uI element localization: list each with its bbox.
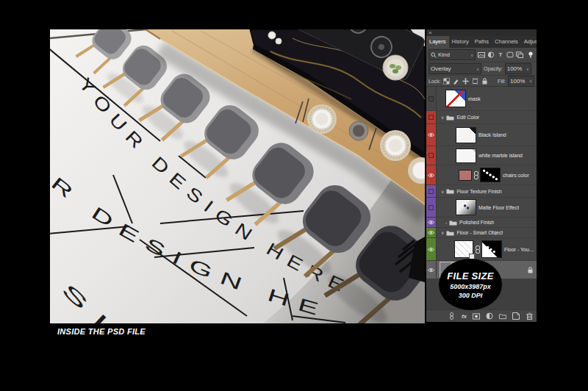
- delete-layer-icon[interactable]: [526, 312, 533, 320]
- layer-color-thumbnail[interactable]: [459, 170, 472, 181]
- layer-filter-row: Kind ∨ T: [426, 48, 537, 62]
- visibility-toggle[interactable]: [426, 198, 437, 217]
- blend-mode-select[interactable]: Overlay ∨: [429, 63, 481, 74]
- kind-filter-label: Kind: [438, 51, 450, 58]
- layer-name: Matte Floor Effect: [478, 205, 519, 210]
- panel-tabs: Layers History Paths Channels Adjustme: [426, 36, 537, 48]
- smart-object-filter-icon[interactable]: [516, 51, 523, 58]
- blend-mode-row: Overlay ∨ Opacity: 100% ∨: [426, 62, 537, 76]
- fill-select[interactable]: 100% ∨: [508, 76, 534, 87]
- layer-name: Edit Color: [456, 115, 479, 120]
- pixel-filter-icon[interactable]: [478, 51, 485, 58]
- lock-all-icon[interactable]: [481, 78, 489, 85]
- layer-row-black-island[interactable]: Black Island: [426, 124, 537, 146]
- chevron-down-icon: ∨: [529, 79, 532, 83]
- layer-row-matte-floor-effect[interactable]: Matte Floor Effect: [426, 198, 537, 218]
- add-mask-icon[interactable]: [473, 313, 480, 320]
- folder-icon: [446, 188, 454, 194]
- opacity-select[interactable]: 100% ∨: [505, 63, 531, 74]
- lock-row: Lock: Fill: 100% ∨: [426, 76, 537, 87]
- visibility-toggle[interactable]: [426, 87, 437, 110]
- chevron-down-icon: ∨: [526, 67, 529, 71]
- hidden-eye-well: [429, 153, 434, 158]
- folder-icon: [446, 115, 454, 121]
- hidden-eye-well: [429, 96, 434, 101]
- visibility-toggle[interactable]: [426, 228, 437, 237]
- chevron-down-icon: ∨: [476, 67, 479, 71]
- hidden-eye-well: [429, 115, 434, 120]
- folder-icon: [449, 220, 457, 226]
- tab-history[interactable]: History: [449, 36, 472, 48]
- visibility-toggle[interactable]: [426, 218, 437, 227]
- layer-thumbnail[interactable]: [456, 148, 476, 163]
- lock-artboard-icon[interactable]: [472, 78, 479, 85]
- mockup-scene-svg: YOUR DESIGN HERE R DESIGN HE SI: [50, 29, 425, 323]
- layer-mask-thumbnail[interactable]: [480, 168, 501, 182]
- hidden-eye-well: [429, 205, 434, 210]
- lock-pixels-icon[interactable]: [453, 78, 460, 85]
- panel-bottom-bar: fx: [426, 309, 537, 322]
- type-filter-icon[interactable]: T: [497, 51, 504, 58]
- new-adjustment-layer-icon[interactable]: [486, 312, 493, 320]
- layer-name: Floor - Smart Object: [456, 230, 503, 235]
- mockup-canvas: YOUR DESIGN HERE R DESIGN HE SI: [50, 29, 425, 323]
- filter-toggle-icon[interactable]: [527, 51, 534, 59]
- layer-row-floor-smart-object-group[interactable]: ∨ Floor - Smart Object: [426, 228, 537, 238]
- shape-filter-icon[interactable]: [506, 51, 514, 58]
- link-layers-icon[interactable]: [448, 312, 456, 320]
- layer-row-floor-texture-finish-group[interactable]: ∨ Floor Texture Finish: [426, 185, 537, 198]
- lock-transparency-icon[interactable]: [443, 78, 451, 85]
- tab-adjustments[interactable]: Adjustme: [521, 36, 537, 48]
- layer-row-polished-finish-group[interactable]: › Polished Finish: [426, 218, 537, 228]
- adjustment-filter-icon[interactable]: [487, 51, 495, 58]
- new-layer-icon[interactable]: [512, 312, 520, 320]
- layer-name: Polished Finish: [459, 220, 494, 225]
- eye-icon: [428, 230, 434, 235]
- visibility-toggle[interactable]: [426, 238, 437, 260]
- caption-inside-psd: INSIDE THE PSD FILE: [57, 327, 146, 336]
- hidden-eye-well: [429, 189, 434, 194]
- fill-label: Fill:: [498, 79, 506, 84]
- visibility-toggle[interactable]: [426, 165, 437, 184]
- close-icon[interactable]: ×: [429, 30, 432, 36]
- panel-header-bar: ×: [426, 29, 537, 36]
- layer-name: Floor Texture Finish: [456, 189, 501, 194]
- layer-mask-thumbnail[interactable]: [481, 240, 502, 258]
- layer-thumbnail[interactable]: [445, 90, 466, 107]
- visibility-toggle[interactable]: [426, 111, 437, 123]
- visibility-toggle[interactable]: [426, 185, 437, 197]
- layer-row-edit-color-group[interactable]: ∨ Edit Color: [426, 111, 537, 124]
- chevron-down-icon: ∨: [470, 53, 473, 57]
- screenshot-root: YOUR DESIGN HERE R DESIGN HE SI: [0, 0, 588, 391]
- chevron-down-icon[interactable]: ∨: [441, 115, 444, 120]
- layer-thumbnail[interactable]: [456, 199, 476, 215]
- chevron-right-icon[interactable]: ›: [445, 220, 447, 225]
- chevron-down-icon[interactable]: ∨: [441, 189, 444, 194]
- lock-label: Lock:: [429, 79, 441, 84]
- lock-position-icon[interactable]: [462, 78, 470, 85]
- chevron-down-icon[interactable]: ∨: [441, 230, 444, 235]
- layer-row-white-marble-island[interactable]: white marble island: [426, 146, 537, 165]
- visibility-toggle[interactable]: [426, 261, 437, 279]
- visibility-toggle[interactable]: [426, 146, 437, 165]
- kind-filter-select[interactable]: Kind ∨: [429, 49, 476, 60]
- link-icon: [476, 245, 479, 254]
- layer-row-chairs-color[interactable]: chairs color: [426, 165, 537, 185]
- layer-name: Black Island: [478, 132, 506, 137]
- eye-icon: [428, 247, 434, 252]
- tab-paths[interactable]: Paths: [472, 36, 492, 48]
- eye-icon: [428, 220, 434, 225]
- eye-icon: [428, 173, 434, 178]
- visibility-toggle[interactable]: [426, 124, 437, 146]
- layer-name: mask: [468, 96, 481, 101]
- opacity-value: 100%: [507, 65, 522, 72]
- new-group-icon[interactable]: [499, 313, 506, 320]
- tab-layers[interactable]: Layers: [426, 36, 449, 48]
- layer-thumbnail[interactable]: [456, 127, 476, 143]
- layer-effects-icon[interactable]: fx: [462, 313, 467, 320]
- layer-row-mask[interactable]: mask: [426, 87, 537, 111]
- search-icon: [431, 52, 437, 58]
- tab-channels[interactable]: Channels: [492, 36, 521, 48]
- layer-row-floor-your-design[interactable]: Floor - Your Design...: [426, 238, 537, 261]
- eye-icon: [428, 132, 434, 137]
